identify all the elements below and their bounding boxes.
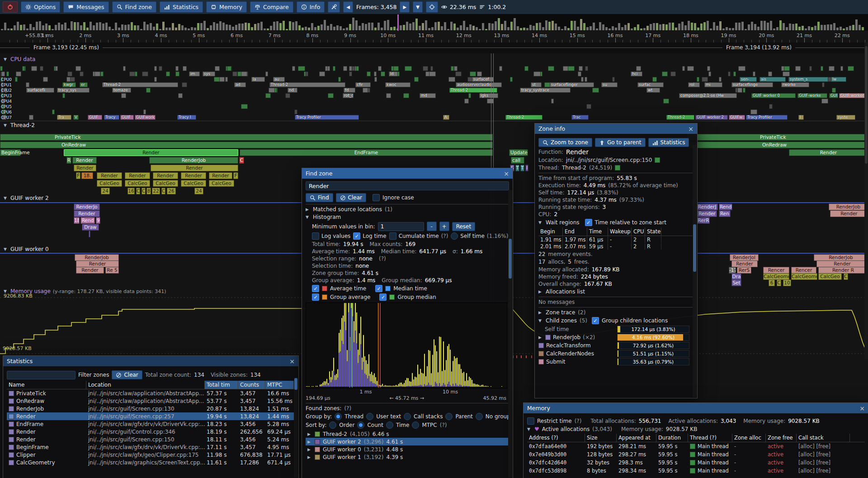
minimap-bar[interactable] — [748, 24, 750, 30]
minimap-bar[interactable] — [713, 22, 715, 30]
found-zone-group-row[interactable]: ▶GUIF worker 0(3,231)4.48 s — [306, 445, 509, 453]
min-values-input[interactable]: 1 — [378, 222, 424, 231]
cpu-zone-bar[interactable] — [592, 88, 599, 93]
minimap-bar[interactable] — [703, 22, 706, 30]
minimap-bar[interactable] — [434, 22, 437, 30]
cpu-zone-bar[interactable] — [183, 66, 187, 71]
cpu-zone-bar[interactable] — [393, 66, 399, 71]
zone-bar[interactable]: OnRedraw — [0, 142, 493, 148]
minimap-bar[interactable] — [83, 22, 85, 30]
zone-bar[interactable]: Re 5 — [105, 267, 119, 274]
zone-bar[interactable]: 10 — [783, 279, 791, 286]
ignore-case-checkbox[interactable] — [373, 194, 380, 201]
minimap-bar[interactable] — [536, 23, 538, 30]
cpu-zone-bar[interactable]: Tracy Profiler — [295, 115, 359, 120]
cpu-zone-bar[interactable] — [175, 71, 179, 76]
radio-time[interactable] — [386, 421, 393, 429]
scrollbar-grab[interactable] — [865, 46, 868, 164]
cpu-zone-bar[interactable] — [821, 99, 828, 104]
cpu-zone-bar[interactable] — [499, 66, 502, 71]
child-zone-row[interactable]: Self time172.14 µs (3.83%) — [538, 326, 693, 333]
zone-bar[interactable]: OnRedraw — [687, 142, 868, 148]
minimap-bar[interactable] — [700, 24, 703, 30]
cpu-zone-bar[interactable] — [225, 77, 228, 82]
option-self-time[interactable]: Self time(1.16%) — [451, 232, 508, 240]
child-zones-collapser[interactable]: ▼ Child zones (5) ✓ Group children locat… — [538, 317, 693, 324]
zone-bar[interactable]: Render — [64, 149, 238, 156]
minimap-bar[interactable] — [222, 23, 225, 30]
cpu-zone-bar[interactable]: kwoc — [385, 82, 410, 87]
minimap-bar[interactable] — [99, 22, 101, 30]
minimap-bar[interactable] — [232, 27, 234, 30]
minimap-bar[interactable] — [590, 26, 592, 30]
minimap-bar[interactable] — [656, 23, 658, 30]
histogram-collapser[interactable]: ▼ Histogram — [306, 214, 509, 220]
minimap-bar[interactable] — [52, 29, 54, 30]
next-frame-button[interactable]: ▶ — [400, 1, 410, 13]
legend-checkbox[interactable]: ✓ — [312, 293, 319, 301]
minimap-bar[interactable] — [552, 21, 554, 30]
zone-bar[interactable]: C — [136, 188, 140, 194]
minimap-bar[interactable] — [124, 25, 127, 30]
clear-filter-button[interactable]: Clear — [112, 370, 142, 379]
minimap-bar[interactable] — [558, 27, 560, 30]
minimap-bar[interactable] — [491, 24, 494, 30]
cpu-zone-bar[interactable]: V — [73, 115, 79, 120]
child-zone-row[interactable]: RecalcTransform72.92 µs (1.62%) — [538, 342, 693, 349]
cpu-zone-bar[interactable]: GUIFwork — [135, 115, 156, 120]
minimap-bar[interactable] — [213, 22, 215, 30]
cpu-zone-bar[interactable] — [743, 88, 745, 93]
minimap-bar[interactable] — [745, 29, 747, 30]
child-zone-row[interactable]: Submit35.63 µs (0.79%) — [538, 358, 693, 365]
zone-bar[interactable]: C — [161, 188, 165, 194]
minimap-bar[interactable] — [33, 27, 35, 30]
minimap-bar[interactable] — [191, 27, 193, 30]
cpu-zone-bar[interactable] — [423, 66, 428, 71]
cpu-zone-bar[interactable] — [142, 71, 148, 76]
minimap-bar[interactable] — [169, 28, 171, 31]
minimap-bar[interactable] — [150, 23, 152, 30]
zone-bar[interactable]: 16 — [127, 188, 135, 194]
cpu-zone-bar[interactable]: ais — [760, 77, 786, 82]
table-row[interactable]: OnRedrawjni/../jni/src/claw/application/… — [7, 397, 295, 405]
toolbar-button-compare[interactable]: Compare — [250, 1, 293, 13]
cpu-zone-bar[interactable] — [154, 77, 157, 82]
active-allocations-collapser[interactable]: ▼ ♥ Active allocations (3,043) Memory us… — [527, 426, 865, 432]
cpu-zone-bar[interactable]: Tracy Profiler — [746, 115, 788, 120]
minimap-bar[interactable] — [716, 26, 718, 30]
chevron-right-icon[interactable]: ▶ — [538, 335, 543, 340]
cpu-zone-bar[interactable] — [652, 77, 657, 82]
minimap-bar[interactable] — [80, 25, 82, 30]
zone-bar[interactable]: Dra — [731, 273, 741, 280]
zone-bar[interactable]: Render — [209, 172, 232, 179]
minimap-bar[interactable] — [631, 28, 633, 30]
minimap-bar[interactable] — [479, 29, 481, 30]
cpu-zone-bar[interactable]: surfacefli — [26, 88, 54, 93]
zone-bar[interactable]: Render — [181, 172, 206, 179]
minimap-bar[interactable] — [324, 20, 326, 30]
minimap-bar[interactable] — [545, 20, 547, 30]
minimap-bar[interactable] — [153, 27, 155, 30]
cpu-zone-bar[interactable] — [265, 71, 268, 76]
minimap-bar[interactable] — [789, 24, 791, 30]
radio-count[interactable] — [357, 421, 364, 429]
minimap-bar[interactable] — [710, 28, 712, 30]
zone-bar[interactable]: Render — [97, 172, 122, 179]
minimap-bar[interactable] — [599, 22, 601, 30]
statistics-scrollbar[interactable] — [294, 378, 298, 478]
cpu-zone-bar[interactable]: Trac — [571, 115, 589, 120]
minimap-bar[interactable] — [561, 29, 563, 30]
zone-bar[interactable]: Render — [74, 210, 100, 217]
minimap-bar[interactable] — [574, 21, 576, 30]
cpu-zone-bar[interactable]: GUIF — [88, 115, 102, 120]
zone-bar[interactable]: RenderJob — [814, 254, 868, 261]
table-row[interactable]: RenderJobjni/../jni/src/guif/Screen.cpp:… — [7, 405, 295, 412]
zone-bar[interactable]: Render — [816, 260, 868, 267]
minimap-bar[interactable] — [814, 26, 816, 30]
minimap-bar[interactable] — [662, 24, 665, 31]
cpu-zone-bar[interactable] — [769, 104, 773, 109]
minimap-bar[interactable] — [431, 27, 434, 30]
reset-button[interactable]: Reset — [452, 222, 476, 231]
cpu-zone-bar[interactable]: temaze — [112, 88, 131, 93]
cpu-zone-bar[interactable]: GUIF worker 0 — [751, 93, 796, 98]
